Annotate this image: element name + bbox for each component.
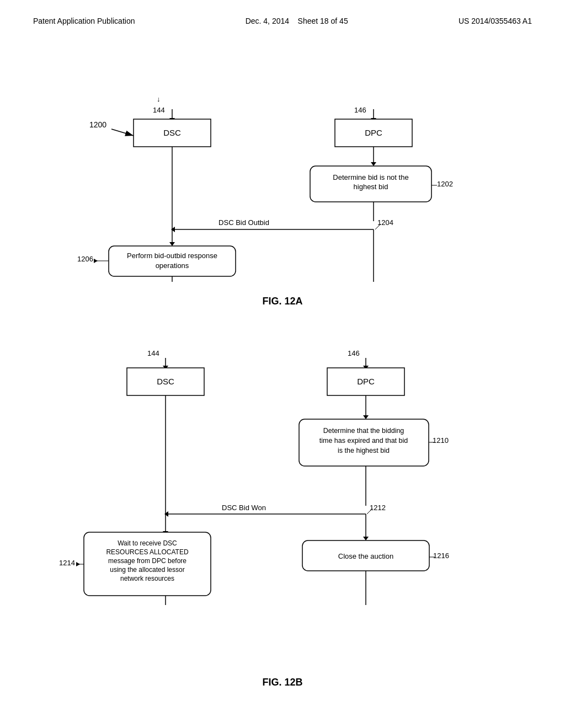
svg-line-0 — [111, 129, 134, 136]
svg-text:using the allocated lessor: using the allocated lessor — [110, 566, 184, 574]
svg-text:↓: ↓ — [157, 95, 161, 103]
node1206-text: Perform bid-outbid response — [127, 251, 217, 260]
dsc-144-label: 144 — [153, 106, 165, 114]
svg-marker-28 — [363, 415, 369, 419]
dsc-text: DSC — [163, 128, 181, 137]
header-center: Dec. 4, 2014 Sheet 18 of 45 — [246, 17, 348, 25]
label-1200: 1200 — [89, 120, 106, 129]
svg-text:is the highest bid: is the highest bid — [338, 447, 390, 454]
dpc-text: DPC — [365, 128, 382, 137]
dpc-146-label: 146 — [354, 106, 366, 114]
node1216-text: Close the auction — [338, 552, 393, 560]
label-1214: 1214 — [59, 559, 75, 567]
svg-marker-16 — [169, 242, 175, 246]
svg-text:RESOURCES ALLOCATED: RESOURCES ALLOCATED — [106, 548, 188, 556]
svg-text:Determine that the bidding: Determine that the bidding — [323, 427, 404, 435]
header-right: US 2014/0355463 A1 — [459, 17, 532, 25]
label-1204: 1204 — [377, 218, 393, 227]
label-1202: 1202 — [437, 180, 453, 188]
label-1206: 1206 — [77, 255, 93, 263]
svg-marker-41 — [363, 537, 369, 540]
node1212-text: DSC Bid Won — [222, 504, 266, 512]
dpc2-text: DPC — [357, 377, 375, 386]
svg-marker-49 — [76, 562, 80, 566]
label-1210: 1210 — [433, 436, 449, 445]
label-1216: 1216 — [433, 552, 449, 560]
svg-marker-19 — [94, 259, 98, 263]
fig12a-svg: 1200 144 ↓ DSC 146 DPC Determine bid is … — [56, 47, 509, 285]
header: Patent Application Publication Dec. 4, 2… — [33, 17, 532, 25]
page: Patent Application Publication Dec. 4, 2… — [0, 0, 565, 728]
label-1212: 1212 — [370, 504, 386, 512]
fig12b-label: FIG. 12B — [33, 677, 532, 688]
dsc2-text: DSC — [157, 377, 174, 386]
dsc2-144-label: 144 — [147, 349, 159, 357]
svg-text:network resources: network resources — [120, 575, 174, 582]
header-left: Patent Application Publication — [33, 17, 135, 25]
node1202-text: Determine bid is not the — [333, 173, 408, 181]
svg-text:Wait to receive DSC: Wait to receive DSC — [118, 539, 177, 547]
svg-text:operations: operations — [156, 261, 189, 270]
svg-marker-7 — [371, 162, 376, 166]
svg-text:message from DPC before: message from DPC before — [108, 557, 186, 565]
fig12a-section: 1200 144 ↓ DSC 146 DPC Determine bid is … — [33, 47, 532, 307]
svg-text:highest bid: highest bid — [354, 183, 388, 191]
svg-text:time has expired and that bid: time has expired and that bid — [319, 437, 408, 445]
fig12b-svg: 144 DSC 146 DPC Determine that the biddi… — [56, 335, 509, 666]
svg-marker-12 — [171, 227, 175, 232]
node1204-text: DSC Bid Outbid — [218, 218, 269, 227]
svg-marker-35 — [164, 511, 168, 517]
dpc2-146-label: 146 — [348, 349, 360, 357]
fig12a-label: FIG. 12A — [33, 296, 532, 307]
fig12b-section: 144 DSC 146 DPC Determine that the biddi… — [33, 335, 532, 688]
